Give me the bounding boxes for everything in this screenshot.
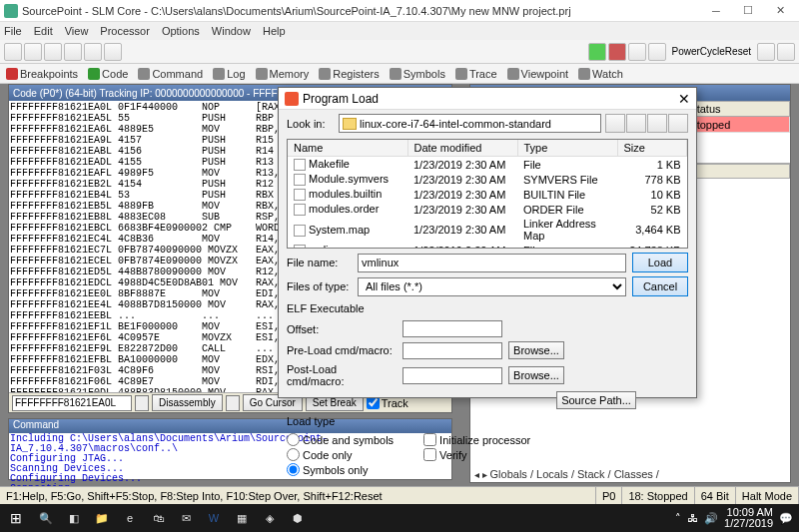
file-row[interactable]: vmlinux1/23/2019 2:30 AMFile24,738 KB bbox=[288, 243, 687, 249]
powercycle-label[interactable]: PowerCycleReset bbox=[672, 46, 751, 57]
tb-open-icon[interactable] bbox=[24, 43, 42, 61]
chk-verify[interactable]: Verify bbox=[423, 448, 530, 461]
tb-breakpoints[interactable]: Breakpoints bbox=[6, 68, 78, 80]
app-titlebar: SourcePoint - SLM Core - C:\Users\alans\… bbox=[0, 0, 799, 22]
fl-col-type[interactable]: Type bbox=[517, 140, 617, 157]
file-row[interactable]: modules.builtin1/23/2019 2:30 AMBUILTIN … bbox=[288, 187, 687, 202]
preload-label: Pre-Load cmd/macro: bbox=[287, 344, 397, 356]
menu-processor[interactable]: Processor bbox=[100, 25, 150, 37]
preload-input[interactable] bbox=[402, 342, 502, 359]
tb-cfg2-icon[interactable] bbox=[777, 43, 795, 61]
minimize-button[interactable]: ─ bbox=[701, 2, 731, 20]
filetype-label: Files of type: bbox=[287, 280, 352, 292]
cancel-button[interactable]: Cancel bbox=[632, 276, 688, 296]
edge-icon[interactable]: e bbox=[116, 504, 144, 532]
address-input[interactable] bbox=[12, 395, 132, 411]
tray-net-icon[interactable]: 🖧 bbox=[687, 512, 698, 524]
addr-dropdown-icon[interactable] bbox=[135, 395, 149, 411]
close-button[interactable]: ✕ bbox=[765, 2, 795, 20]
tray-vol-icon[interactable]: 🔊 bbox=[704, 512, 718, 525]
folder-icon bbox=[343, 118, 357, 130]
file-list[interactable]: Name Date modified Type Size Makefile1/2… bbox=[287, 139, 688, 249]
menu-bar: File Edit View Processor Options Window … bbox=[0, 22, 799, 40]
tb-new-icon[interactable] bbox=[4, 43, 22, 61]
newfolder-icon[interactable] bbox=[647, 114, 667, 133]
menu-file[interactable]: File bbox=[4, 25, 22, 37]
app2-icon[interactable]: ◈ bbox=[256, 504, 284, 532]
tb-command[interactable]: Command bbox=[138, 68, 203, 80]
file-row[interactable]: System.map1/23/2019 2:30 AMLinker Addres… bbox=[288, 217, 687, 243]
tb-cfg1-icon[interactable] bbox=[757, 43, 775, 61]
tray-clock[interactable]: 10:09 AM1/27/2019 bbox=[724, 507, 773, 529]
fl-col-date[interactable]: Date modified bbox=[407, 140, 517, 157]
opt-code-symbols[interactable]: Code and symbols bbox=[287, 433, 394, 446]
filename-label: File name: bbox=[287, 257, 352, 268]
maximize-button[interactable]: ☐ bbox=[733, 2, 763, 20]
disassembly-button[interactable]: Disassembly bbox=[152, 394, 223, 411]
tb-symbols[interactable]: Symbols bbox=[390, 68, 445, 80]
file-row[interactable]: modules.order1/23/2019 2:30 AMORDER File… bbox=[288, 202, 687, 217]
file-row[interactable]: Makefile1/23/2019 2:30 AMFile1 KB bbox=[288, 157, 687, 173]
offset-input[interactable] bbox=[402, 320, 502, 337]
program-load-dialog: Program Load ✕ Look in: linux-core-i7-64… bbox=[278, 87, 697, 398]
fl-col-size[interactable]: Size bbox=[617, 140, 687, 157]
tb-go-icon[interactable] bbox=[588, 43, 606, 61]
tb-paste-icon[interactable] bbox=[104, 43, 122, 61]
tb-registers[interactable]: Registers bbox=[319, 68, 379, 80]
start-button[interactable]: ⊞ bbox=[0, 504, 32, 532]
tb-code[interactable]: Code bbox=[88, 68, 128, 80]
loadtype-label: Load type bbox=[279, 411, 696, 431]
fl-col-name[interactable]: Name bbox=[288, 140, 407, 157]
status-stopped: 18: Stopped bbox=[622, 487, 694, 504]
tb-save-icon[interactable] bbox=[44, 43, 62, 61]
postload-input[interactable] bbox=[402, 367, 502, 384]
mail-icon[interactable]: ✉ bbox=[172, 504, 200, 532]
filename-input[interactable] bbox=[358, 254, 626, 272]
lookin-combo[interactable]: linux-core-i7-64-intel-common-standard bbox=[339, 114, 601, 133]
preload-browse-button[interactable]: Browse... bbox=[508, 341, 564, 359]
tb-log[interactable]: Log bbox=[213, 68, 245, 80]
chk-initialize[interactable]: Initialize processor bbox=[423, 433, 530, 446]
menu-window[interactable]: Window bbox=[212, 25, 251, 37]
viewmode-icon[interactable] bbox=[668, 114, 688, 133]
tb-viewpoint[interactable]: Viewpoint bbox=[507, 68, 569, 80]
system-tray[interactable]: ˄ 🖧 🔊 10:09 AM1/27/2019 💬 bbox=[669, 507, 799, 529]
up-icon[interactable] bbox=[626, 114, 646, 133]
status-mode: Halt Mode bbox=[736, 487, 799, 504]
disasm-dropdown-icon[interactable] bbox=[226, 395, 240, 411]
opt-symbols-only[interactable]: Symbols only bbox=[287, 463, 394, 476]
menu-view[interactable]: View bbox=[65, 25, 89, 37]
tb-trace[interactable]: Trace bbox=[455, 68, 497, 80]
load-button[interactable]: Load bbox=[632, 253, 688, 272]
app-icon bbox=[4, 4, 18, 18]
vp-col-status[interactable]: Status bbox=[685, 102, 790, 117]
taskview-icon[interactable]: ◧ bbox=[60, 504, 88, 532]
dialog-close-icon[interactable]: ✕ bbox=[678, 91, 690, 107]
back-icon[interactable] bbox=[605, 114, 625, 133]
menu-edit[interactable]: Edit bbox=[34, 25, 53, 37]
offset-label: Offset: bbox=[287, 323, 397, 335]
tb-reset-icon[interactable] bbox=[648, 43, 666, 61]
dialog-icon bbox=[285, 92, 299, 106]
word-icon[interactable]: W bbox=[200, 504, 228, 532]
file-row[interactable]: Module.symvers1/23/2019 2:30 AMSYMVERS F… bbox=[288, 172, 687, 187]
tray-up-icon[interactable]: ˄ bbox=[675, 512, 681, 525]
tb-watch[interactable]: Watch bbox=[578, 68, 623, 80]
opt-code-only[interactable]: Code only bbox=[287, 448, 394, 461]
tb-copy-icon[interactable] bbox=[84, 43, 102, 61]
app3-icon[interactable]: ⬢ bbox=[284, 504, 312, 532]
tray-notif-icon[interactable]: 💬 bbox=[779, 512, 793, 525]
tb-step-icon[interactable] bbox=[628, 43, 646, 61]
menu-options[interactable]: Options bbox=[162, 25, 200, 37]
search-icon[interactable]: 🔍 bbox=[32, 504, 60, 532]
sourcepath-button[interactable]: Source Path... bbox=[556, 391, 636, 409]
postload-browse-button[interactable]: Browse... bbox=[508, 366, 564, 384]
tb-memory[interactable]: Memory bbox=[256, 68, 310, 80]
store-icon[interactable]: 🛍 bbox=[144, 504, 172, 532]
tb-stop-icon[interactable] bbox=[608, 43, 626, 61]
menu-help[interactable]: Help bbox=[263, 25, 286, 37]
tb-cut-icon[interactable] bbox=[64, 43, 82, 61]
filetype-select[interactable]: All files (*.*) bbox=[358, 277, 626, 296]
explorer-icon[interactable]: 📁 bbox=[88, 504, 116, 532]
app1-icon[interactable]: ▦ bbox=[228, 504, 256, 532]
